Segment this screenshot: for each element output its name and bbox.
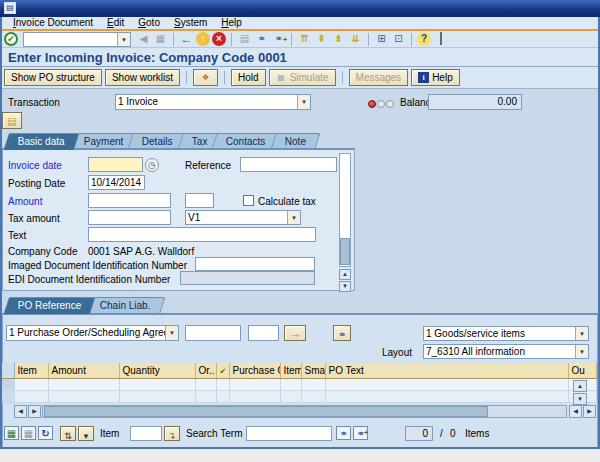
- create-shortcut-icon[interactable]: ⊡: [391, 32, 406, 46]
- table-delete-icon[interactable]: ▦: [21, 426, 36, 440]
- tax-amount-input[interactable]: [88, 210, 171, 225]
- table-cell[interactable]: [14, 390, 48, 402]
- show-po-structure-button[interactable]: Show PO structure: [4, 69, 102, 86]
- hscroll-right-icon[interactable]: ▶: [28, 405, 41, 418]
- select-all-header[interactable]: [2, 363, 14, 378]
- enter-icon[interactable]: ✔: [4, 32, 18, 46]
- table-find-icon[interactable]: ⚭: [336, 426, 351, 440]
- col-po-item[interactable]: Item: [280, 363, 301, 378]
- col-ou[interactable]: Ou: [568, 363, 597, 378]
- basic-panel-scrollbar-track[interactable]: [339, 153, 351, 267]
- customize-layout-icon[interactable]: [433, 32, 448, 46]
- hscroll-thumb[interactable]: [44, 406, 488, 417]
- table-cell[interactable]: [229, 378, 280, 390]
- scroll-up-icon[interactable]: ▲: [339, 269, 351, 280]
- table-cell[interactable]: [325, 390, 568, 402]
- tab-chain-liab[interactable]: Chain Liab.: [86, 297, 166, 314]
- layout-dropdown-icon[interactable]: ▾: [575, 345, 588, 358]
- table-cell[interactable]: [14, 378, 48, 390]
- reference-input[interactable]: [240, 157, 337, 172]
- table-cell[interactable]: [216, 378, 229, 390]
- save-icon[interactable]: ▦: [153, 32, 168, 46]
- currency-input[interactable]: [185, 193, 214, 208]
- col-quantity[interactable]: Quantity: [119, 363, 195, 378]
- tab-po-reference[interactable]: PO Reference: [3, 297, 96, 314]
- transaction-combo[interactable]: 1 Invoice ▾: [115, 94, 311, 110]
- table-cell[interactable]: [119, 390, 195, 402]
- position-button[interactable]: ↴: [164, 426, 180, 441]
- table-cell[interactable]: [216, 390, 229, 402]
- table-cell[interactable]: [48, 378, 119, 390]
- back-icon[interactable]: ←: [179, 32, 194, 46]
- help-icon[interactable]: ?: [417, 32, 431, 46]
- table-scroll-up-icon[interactable]: ▲: [573, 380, 587, 392]
- goods-items-combo[interactable]: 1 Goods/service items ▾: [423, 326, 589, 341]
- layout-combo[interactable]: 7_6310 All information ▾: [423, 344, 589, 359]
- new-session-icon[interactable]: ⊞: [374, 32, 389, 46]
- help-button[interactable]: iHelp: [411, 69, 460, 86]
- menu-invoice-document[interactable]: Invoice Document: [6, 17, 100, 29]
- invoice-date-input[interactable]: [88, 157, 143, 172]
- table-cell[interactable]: [229, 390, 280, 402]
- col-po-text[interactable]: PO Text: [325, 363, 568, 378]
- command-history-icon[interactable]: ◀: [136, 32, 151, 46]
- table-cell[interactable]: [325, 378, 568, 390]
- col-order[interactable]: Or..: [195, 363, 216, 378]
- tab-basic-data[interactable]: Basic data: [3, 133, 79, 150]
- search-term-input[interactable]: [246, 426, 332, 441]
- refresh-icon[interactable]: ↻: [38, 426, 53, 440]
- structure-tree-button[interactable]: ▤: [2, 112, 22, 129]
- row-selector[interactable]: [2, 390, 14, 402]
- calculate-tax-checkbox[interactable]: [243, 195, 254, 206]
- po-structure-toggle-button[interactable]: ❖: [193, 69, 218, 86]
- last-page-icon[interactable]: ⇊: [348, 32, 363, 46]
- table-cell[interactable]: [301, 378, 325, 390]
- table-find-next-icon[interactable]: ⚭: [353, 426, 368, 440]
- table-cell[interactable]: [119, 378, 195, 390]
- menu-goto[interactable]: Goto: [131, 17, 167, 29]
- basic-panel-scrollbar-thumb[interactable]: [340, 238, 350, 265]
- hscroll-track[interactable]: [42, 405, 567, 418]
- hscroll-left-icon[interactable]: ◀: [14, 405, 27, 418]
- transaction-dropdown-icon[interactable]: ▾: [297, 95, 310, 109]
- hold-button[interactable]: Hold: [231, 69, 266, 86]
- table-cell[interactable]: [301, 390, 325, 402]
- col-smart[interactable]: Smar..: [301, 363, 325, 378]
- col-ok-flag[interactable]: ✔: [216, 363, 229, 378]
- adopt-button[interactable]: →: [284, 325, 306, 341]
- menu-system[interactable]: System: [167, 17, 214, 29]
- amount-input[interactable]: [88, 193, 171, 208]
- po-item-input[interactable]: [248, 325, 279, 341]
- posting-date-input[interactable]: [88, 175, 145, 190]
- messages-button[interactable]: Messages: [349, 69, 409, 86]
- command-dropdown-icon[interactable]: ▾: [117, 33, 130, 46]
- col-purchase-order[interactable]: Purchase O..: [229, 363, 280, 378]
- find-icon[interactable]: ⚭: [254, 32, 269, 46]
- table-cell[interactable]: [195, 390, 216, 402]
- tax-code-dropdown-icon[interactable]: ▾: [287, 211, 300, 224]
- table-cell[interactable]: [195, 378, 216, 390]
- previous-page-icon[interactable]: ⇞: [314, 32, 329, 46]
- show-worklist-button[interactable]: Show worklist: [105, 69, 180, 86]
- command-field[interactable]: ▾: [23, 32, 131, 47]
- hscroll-right-end-icon[interactable]: ▶: [583, 405, 596, 418]
- row-selector[interactable]: [2, 378, 14, 390]
- menu-help[interactable]: Help: [214, 17, 249, 29]
- po-type-dropdown-icon[interactable]: ▾: [165, 326, 178, 340]
- find-next-icon[interactable]: ⚭: [271, 32, 286, 46]
- col-amount[interactable]: Amount: [48, 363, 119, 378]
- simulate-button[interactable]: ▦Simulate: [269, 69, 336, 86]
- find-items-button[interactable]: ⚭: [333, 325, 351, 341]
- filter-button[interactable]: ▼: [78, 426, 94, 441]
- next-page-icon[interactable]: ⇟: [331, 32, 346, 46]
- text-input[interactable]: [88, 227, 316, 242]
- menu-edit[interactable]: Edit: [100, 17, 131, 29]
- command-input[interactable]: [24, 33, 117, 46]
- col-item[interactable]: Item: [14, 363, 48, 378]
- table-scroll-down-icon[interactable]: ▼: [573, 393, 587, 405]
- item-input[interactable]: [130, 426, 162, 441]
- sort-button[interactable]: ⇅: [60, 426, 76, 441]
- print-icon[interactable]: ▤: [237, 32, 252, 46]
- table-cell[interactable]: [280, 390, 301, 402]
- table-cell[interactable]: [280, 378, 301, 390]
